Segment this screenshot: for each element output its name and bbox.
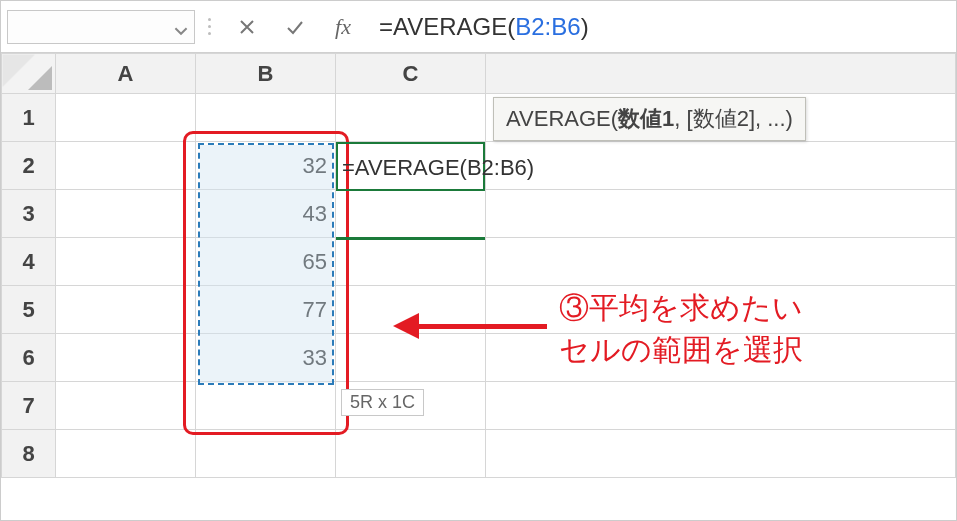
cell-C2[interactable] xyxy=(336,142,486,190)
cell-A5[interactable] xyxy=(56,286,196,334)
cell-A1[interactable] xyxy=(56,94,196,142)
col-header-blank[interactable] xyxy=(486,54,956,94)
cell-D2[interactable] xyxy=(486,142,956,190)
insert-function-button[interactable]: fx xyxy=(319,10,367,44)
check-icon xyxy=(285,17,305,37)
name-box-dropdown-icon[interactable] xyxy=(174,20,188,34)
cell-B6[interactable]: 33 xyxy=(196,334,336,382)
tooltip-arg1: 数値1 xyxy=(618,106,674,131)
fx-icon: fx xyxy=(335,14,351,40)
row-label: 3 xyxy=(22,201,34,226)
cell-value: 32 xyxy=(303,153,327,178)
cell-B4[interactable]: 65 xyxy=(196,238,336,286)
row-header-6[interactable]: 6 xyxy=(2,334,56,382)
row-header-4[interactable]: 4 xyxy=(2,238,56,286)
row-label: 1 xyxy=(22,105,34,130)
tooltip-fn: AVERAGE( xyxy=(506,106,618,131)
cell-B2[interactable]: 32 xyxy=(196,142,336,190)
cancel-button[interactable] xyxy=(223,10,271,44)
formula-text-prefix: =AVERAGE( xyxy=(379,13,515,41)
row-label: 7 xyxy=(22,393,34,418)
cell-C1[interactable] xyxy=(336,94,486,142)
annotation-line2: セルの範囲を選択 xyxy=(559,333,803,366)
row-header-5[interactable]: 5 xyxy=(2,286,56,334)
row-header-7[interactable]: 7 xyxy=(2,382,56,430)
cell-value: 33 xyxy=(303,345,327,370)
cell-B3[interactable]: 43 xyxy=(196,190,336,238)
annotation-text: ③平均を求めたい セルの範囲を選択 xyxy=(559,287,803,371)
name-box[interactable] xyxy=(7,10,195,44)
col-header-C[interactable]: C xyxy=(336,54,486,94)
cell-A7[interactable] xyxy=(56,382,196,430)
cell-A8[interactable] xyxy=(56,430,196,478)
x-icon xyxy=(237,17,257,37)
cell-B1[interactable] xyxy=(196,94,336,142)
row-header-3[interactable]: 3 xyxy=(2,190,56,238)
cell-A2[interactable] xyxy=(56,142,196,190)
cell-A4[interactable] xyxy=(56,238,196,286)
cell-C8[interactable] xyxy=(336,430,486,478)
row-label: 6 xyxy=(22,345,34,370)
col-header-A[interactable]: A xyxy=(56,54,196,94)
cell-B7[interactable] xyxy=(196,382,336,430)
row-label: 5 xyxy=(22,297,34,322)
annotation-arrow-head-icon xyxy=(393,313,419,339)
row-label: 4 xyxy=(22,249,34,274)
function-tooltip: AVERAGE(数値1, [数値2], ...) xyxy=(493,97,806,141)
selection-size-tooltip: 5R x 1C xyxy=(341,389,424,416)
formula-text-ref: B2:B6 xyxy=(515,13,580,41)
cell-B8[interactable] xyxy=(196,430,336,478)
cell-D8[interactable] xyxy=(486,430,956,478)
col-label: C xyxy=(403,61,419,86)
cell-A3[interactable] xyxy=(56,190,196,238)
row-label: 2 xyxy=(22,153,34,178)
cell-B5[interactable]: 77 xyxy=(196,286,336,334)
formula-text-suffix: ) xyxy=(581,13,589,41)
separator-dots-icon xyxy=(203,10,215,44)
row-header-8[interactable]: 8 xyxy=(2,430,56,478)
col-label: A xyxy=(118,61,134,86)
col-header-B[interactable]: B xyxy=(196,54,336,94)
cell-C6[interactable] xyxy=(336,334,486,382)
cell-C4[interactable] xyxy=(336,238,486,286)
row-label: 8 xyxy=(22,441,34,466)
cell-D7[interactable] xyxy=(486,382,956,430)
tooltip-rest: , [数値2], ...) xyxy=(674,106,793,131)
formula-bar: fx =AVERAGE(B2:B6) xyxy=(1,1,956,53)
cell-D3[interactable] xyxy=(486,190,956,238)
row-header-2[interactable]: 2 xyxy=(2,142,56,190)
col-label: B xyxy=(258,61,274,86)
cell-C3[interactable] xyxy=(336,190,486,238)
row-header-1[interactable]: 1 xyxy=(2,94,56,142)
worksheet[interactable]: A B C 1 2 32 3 43 xyxy=(1,53,956,478)
formula-input[interactable]: =AVERAGE(B2:B6) xyxy=(375,10,950,44)
cell-value: 43 xyxy=(303,201,327,226)
cell-value: 77 xyxy=(303,297,327,322)
annotation-arrow-line xyxy=(419,324,547,329)
cell-value: 65 xyxy=(303,249,327,274)
select-all-corner[interactable] xyxy=(2,54,56,94)
annotation-line1: ③平均を求めたい xyxy=(559,287,803,329)
cell-A6[interactable] xyxy=(56,334,196,382)
accept-button[interactable] xyxy=(271,10,319,44)
cell-D4[interactable] xyxy=(486,238,956,286)
